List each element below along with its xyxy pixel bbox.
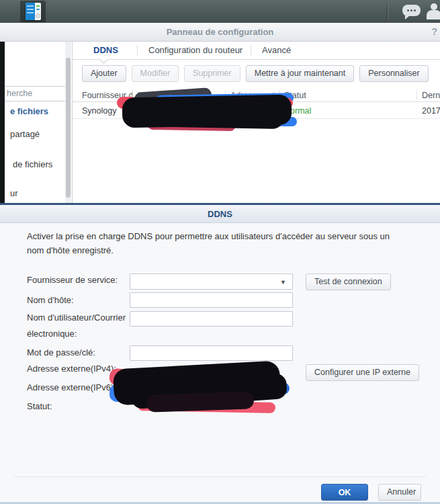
- username-email-input[interactable]: [130, 311, 293, 327]
- sidebar-item-file-services[interactable]: de fichiers: [13, 159, 52, 169]
- test-connection-button[interactable]: Test de connexion: [306, 274, 391, 290]
- sidebar: herche e fichiers partagé de fichiers ur: [5, 42, 65, 203]
- user-icon[interactable]: [425, 3, 440, 19]
- service-provider-select[interactable]: ▼: [130, 274, 293, 290]
- add-button[interactable]: Ajouter: [82, 65, 126, 82]
- control-panel-taskbar-button[interactable]: [20, 1, 46, 22]
- configure-external-ip-button[interactable]: Configurer une IP externe: [306, 364, 419, 381]
- chat-bubble-icon[interactable]: [402, 5, 421, 16]
- ddns-dialog: DDNS Activer la prise en charge DDNS pou…: [0, 203, 440, 504]
- tab-bar: DDNS Configuration du routeur Avancé: [73, 42, 440, 59]
- sidebar-category-file-sharing: e fichiers: [10, 106, 48, 116]
- tab-advanced[interactable]: Avancé: [251, 42, 302, 59]
- sidebar-divider: [72, 42, 73, 203]
- window-title: Panneau de configuration: [0, 27, 440, 37]
- ok-button[interactable]: OK: [321, 484, 368, 501]
- label-hostname: Nom d'hôte:: [27, 292, 131, 308]
- help-icon[interactable]: ?: [431, 26, 437, 37]
- label-password-key: Mot de passe/clé:: [27, 345, 131, 361]
- tab-bar-underline: [73, 59, 440, 60]
- label-username-email: Nom d'utilisateur/Courrier électronique:: [27, 310, 131, 342]
- label-service-provider: Fournisseur de service:: [27, 272, 131, 288]
- search-input[interactable]: herche: [0, 86, 69, 101]
- cell-last-update: 2017: [422, 106, 440, 116]
- control-panel-icon: [26, 3, 41, 20]
- update-now-button[interactable]: Mettre à jour maintenant: [246, 65, 355, 82]
- sidebar-scrollbar-thumb[interactable]: [66, 58, 71, 198]
- taskbar-divider: [388, 3, 388, 20]
- column-last-update[interactable]: Derni: [422, 91, 440, 100]
- customize-button[interactable]: Personnaliser: [359, 65, 428, 82]
- dialog-title: DDNS: [0, 205, 440, 223]
- hostname-input[interactable]: [130, 292, 293, 308]
- sidebar-item-shared-folder[interactable]: partagé: [10, 129, 40, 139]
- edit-button[interactable]: Modifier: [132, 65, 179, 82]
- chevron-down-icon: ▼: [280, 279, 286, 286]
- cancel-button[interactable]: Annuler: [378, 484, 421, 501]
- taskbar: [0, 0, 440, 23]
- redaction-scribble: [109, 361, 291, 416]
- password-key-input[interactable]: [130, 345, 293, 361]
- cell-provider: Synology: [82, 106, 116, 116]
- tab-router-configuration[interactable]: Configuration du routeur: [137, 42, 254, 59]
- window-titlebar: Panneau de configuration ?: [0, 23, 440, 42]
- dialog-description: Activer la prise en charge DDNS pour per…: [27, 229, 396, 257]
- desktop-edge-strip: [0, 42, 5, 203]
- sidebar-item-user[interactable]: ur: [10, 188, 18, 198]
- redaction-scribble: [116, 90, 304, 133]
- footer-divider: [13, 476, 427, 477]
- toolbar: Ajouter Modifier Supprimer Mettre à jour…: [82, 65, 429, 82]
- delete-button[interactable]: Supprimer: [184, 65, 240, 82]
